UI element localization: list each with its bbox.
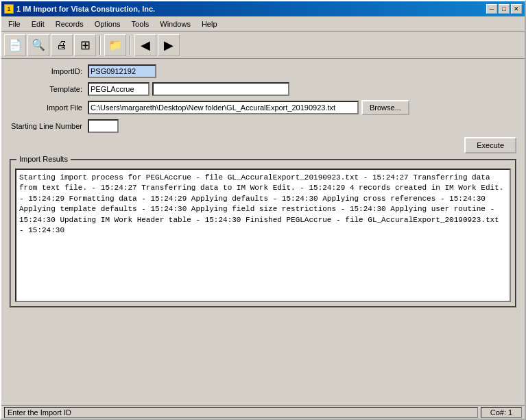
import-id-row: ImportID: <box>10 64 516 78</box>
import-results-title: Import Results <box>16 155 71 163</box>
execute-button[interactable]: Execute <box>464 137 516 153</box>
execute-row: Execute <box>10 137 516 153</box>
menu-bar: File Edit Records Options Tools Windows … <box>1 16 525 32</box>
title-bar: 1 1 IM Import for Vista Construction, In… <box>1 1 525 16</box>
window-title: 1 IM Import for Vista Construction, Inc. <box>16 5 155 13</box>
menu-options[interactable]: Options <box>89 18 126 29</box>
title-bar-left: 1 1 IM Import for Vista Construction, In… <box>4 4 155 14</box>
browse-button[interactable]: Browse... <box>361 100 409 115</box>
toolbar-separator-2 <box>130 36 131 55</box>
main-content: ImportID: Template: Import File Browse..… <box>1 59 525 419</box>
menu-records[interactable]: Records <box>50 18 89 29</box>
back-button[interactable]: ◀ <box>134 34 156 56</box>
status-left-text: Enter the Import ID <box>4 407 478 418</box>
template-input[interactable] <box>88 82 150 96</box>
import-file-row: Import File Browse... <box>10 100 516 115</box>
folder-button[interactable]: 📁 <box>104 34 126 56</box>
menu-help[interactable]: Help <box>196 18 223 29</box>
app-window: 1 1 IM Import for Vista Construction, In… <box>0 0 526 420</box>
status-right-text: Co#: 1 <box>481 407 522 418</box>
title-controls: ─ □ ✕ <box>486 4 522 14</box>
minimize-button[interactable]: ─ <box>486 4 497 14</box>
toolbar-separator-1 <box>99 36 101 55</box>
menu-edit[interactable]: Edit <box>26 18 50 29</box>
import-id-label: ImportID: <box>10 67 85 75</box>
app-icon: 1 <box>4 4 14 14</box>
import-file-label: Import File <box>10 103 85 112</box>
menu-file[interactable]: File <box>3 18 26 29</box>
starting-line-row: Starting Line Number <box>10 119 516 133</box>
close-button[interactable]: ✕ <box>511 4 522 14</box>
import-id-input[interactable] <box>88 64 156 78</box>
new-button[interactable]: 📄 <box>4 34 26 56</box>
grid-button[interactable]: ⊞ <box>74 34 96 56</box>
maximize-button[interactable]: □ <box>499 4 510 14</box>
starting-line-label: Starting Line Number <box>10 122 85 130</box>
template-row: Template: <box>10 82 516 96</box>
import-file-input[interactable] <box>88 101 359 114</box>
import-results-group: Import Results Starting import process f… <box>10 159 516 308</box>
import-results-text[interactable]: Starting import process for PEGLAccrue -… <box>15 169 511 302</box>
template-extra-input[interactable] <box>152 82 289 96</box>
forward-button[interactable]: ▶ <box>158 34 180 56</box>
status-bar: Enter the Import ID Co#: 1 <box>1 405 525 419</box>
find-button[interactable]: 🔍 <box>27 34 49 56</box>
menu-windows[interactable]: Windows <box>154 18 196 29</box>
print-button[interactable]: 🖨 <box>51 34 73 56</box>
starting-line-input[interactable] <box>88 119 119 133</box>
toolbar: 📄 🔍 🖨 ⊞ 📁 ◀ ▶ <box>1 32 525 59</box>
menu-tools[interactable]: Tools <box>126 18 155 29</box>
template-label: Template: <box>10 85 85 93</box>
